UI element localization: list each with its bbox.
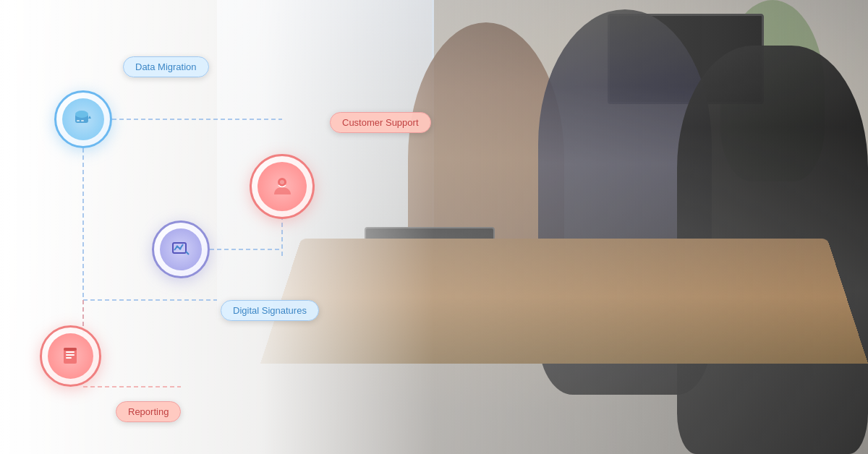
label-data-migration: Data Migration <box>123 56 209 77</box>
node-digital-signatures[interactable] <box>152 220 210 278</box>
digital-signatures-icon <box>154 223 208 276</box>
svg-rect-19 <box>66 354 75 356</box>
node-reporting[interactable] <box>40 325 101 387</box>
svg-rect-20 <box>66 357 72 359</box>
svg-rect-10 <box>81 120 84 121</box>
node-customer-support[interactable] <box>250 154 315 219</box>
svg-rect-21 <box>64 348 77 351</box>
customer-support-icon <box>252 156 312 217</box>
svg-point-8 <box>75 111 88 118</box>
label-customer-support: Customer Support <box>330 112 431 133</box>
diagram-area: Data Migration Customer Support Digital … <box>0 0 434 454</box>
svg-line-16 <box>186 252 189 254</box>
label-reporting: Reporting <box>116 401 181 422</box>
svg-point-12 <box>280 180 284 184</box>
reporting-icon <box>42 327 99 385</box>
svg-rect-18 <box>66 351 75 353</box>
svg-point-15 <box>179 248 182 250</box>
svg-point-14 <box>176 246 179 248</box>
svg-rect-9 <box>77 120 80 121</box>
node-data-migration[interactable] <box>54 90 112 148</box>
label-digital-signatures: Digital Signatures <box>221 300 319 321</box>
data-migration-icon <box>56 93 110 146</box>
